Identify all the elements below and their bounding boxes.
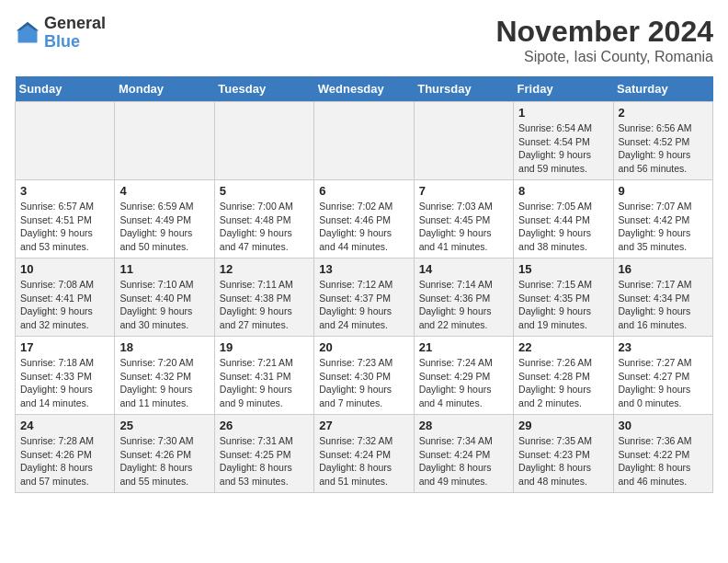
day-info: Sunrise: 7:12 AMSunset: 4:37 PMDaylight:… [319, 278, 408, 332]
calendar-cell: 4Sunrise: 6:59 AMSunset: 4:49 PMDaylight… [115, 180, 214, 259]
day-number: 23 [619, 340, 708, 354]
weekday-header-monday: Monday [115, 76, 214, 102]
day-number: 30 [619, 419, 708, 432]
calendar-header: SundayMondayTuesdayWednesdayThursdayFrid… [16, 76, 713, 102]
calendar-cell: 17Sunrise: 7:18 AMSunset: 4:33 PMDayligh… [16, 337, 115, 415]
day-number: 25 [119, 419, 209, 432]
calendar-cell: 19Sunrise: 7:21 AMSunset: 4:31 PMDayligh… [214, 337, 313, 415]
calendar-cell: 8Sunrise: 7:05 AMSunset: 4:44 PMDaylight… [514, 180, 613, 259]
day-number: 7 [419, 184, 508, 198]
calendar-cell: 26Sunrise: 7:31 AMSunset: 4:25 PMDayligh… [214, 415, 313, 493]
calendar-cell: 16Sunrise: 7:17 AMSunset: 4:34 PMDayligh… [613, 259, 712, 337]
day-number: 8 [518, 184, 608, 198]
logo-blue: Blue [44, 33, 106, 52]
calendar-cell: 3Sunrise: 6:57 AMSunset: 4:51 PMDaylight… [16, 180, 115, 259]
calendar-cell: 23Sunrise: 7:27 AMSunset: 4:27 PMDayligh… [613, 337, 712, 415]
calendar-week-0: 1Sunrise: 6:54 AMSunset: 4:54 PMDaylight… [16, 102, 713, 180]
day-info: Sunrise: 7:11 AMSunset: 4:38 PMDaylight:… [220, 278, 309, 332]
day-number: 11 [119, 262, 209, 276]
svg-marker-0 [18, 23, 38, 42]
day-number: 22 [518, 340, 608, 354]
day-number: 28 [419, 419, 508, 432]
day-info: Sunrise: 6:57 AMSunset: 4:51 PMDaylight:… [20, 200, 109, 254]
logo-general: General [44, 15, 106, 33]
calendar-cell: 15Sunrise: 7:15 AMSunset: 4:35 PMDayligh… [514, 259, 613, 337]
calendar-week-4: 24Sunrise: 7:28 AMSunset: 4:26 PMDayligh… [16, 415, 713, 493]
calendar-cell: 11Sunrise: 7:10 AMSunset: 4:40 PMDayligh… [115, 259, 214, 337]
day-number: 16 [619, 262, 708, 276]
day-info: Sunrise: 7:00 AMSunset: 4:48 PMDaylight:… [220, 200, 309, 254]
weekday-header-row: SundayMondayTuesdayWednesdayThursdayFrid… [16, 76, 713, 102]
header: General Blue November 2024 Sipote, Iasi … [15, 15, 713, 65]
day-number: 2 [619, 106, 708, 120]
day-number: 10 [20, 262, 109, 276]
day-number: 13 [319, 262, 408, 276]
calendar-cell: 2Sunrise: 6:56 AMSunset: 4:52 PMDaylight… [613, 102, 712, 180]
day-info: Sunrise: 6:54 AMSunset: 4:54 PMDaylight:… [518, 121, 608, 176]
calendar-cell: 20Sunrise: 7:23 AMSunset: 4:30 PMDayligh… [314, 337, 414, 415]
day-info: Sunrise: 7:31 AMSunset: 4:25 PMDaylight:… [220, 434, 309, 488]
day-info: Sunrise: 7:15 AMSunset: 4:35 PMDaylight:… [518, 278, 608, 332]
day-info: Sunrise: 7:20 AMSunset: 4:32 PMDaylight:… [119, 356, 209, 410]
day-number: 21 [419, 340, 508, 354]
day-number: 12 [220, 262, 309, 276]
day-number: 5 [220, 184, 309, 198]
day-number: 6 [319, 184, 408, 198]
day-info: Sunrise: 7:14 AMSunset: 4:36 PMDaylight:… [419, 278, 508, 332]
calendar-cell: 7Sunrise: 7:03 AMSunset: 4:45 PMDaylight… [414, 180, 513, 259]
day-number: 18 [119, 340, 209, 354]
day-number: 26 [220, 419, 309, 432]
day-info: Sunrise: 7:02 AMSunset: 4:46 PMDaylight:… [319, 200, 408, 254]
day-number: 24 [20, 419, 109, 432]
calendar-week-1: 3Sunrise: 6:57 AMSunset: 4:51 PMDaylight… [16, 180, 713, 259]
day-info: Sunrise: 7:08 AMSunset: 4:41 PMDaylight:… [20, 278, 109, 332]
calendar-cell: 22Sunrise: 7:26 AMSunset: 4:28 PMDayligh… [514, 337, 613, 415]
calendar-cell: 6Sunrise: 7:02 AMSunset: 4:46 PMDaylight… [314, 180, 414, 259]
day-number: 14 [419, 262, 508, 276]
calendar-cell [314, 102, 414, 180]
calendar-cell: 24Sunrise: 7:28 AMSunset: 4:26 PMDayligh… [16, 415, 115, 493]
day-number: 19 [220, 340, 309, 354]
calendar-week-3: 17Sunrise: 7:18 AMSunset: 4:33 PMDayligh… [16, 337, 713, 415]
calendar-cell: 27Sunrise: 7:32 AMSunset: 4:24 PMDayligh… [314, 415, 414, 493]
main-title: November 2024 [495, 15, 713, 49]
calendar-body: 1Sunrise: 6:54 AMSunset: 4:54 PMDaylight… [16, 102, 713, 493]
calendar-cell: 28Sunrise: 7:34 AMSunset: 4:24 PMDayligh… [414, 415, 513, 493]
day-info: Sunrise: 7:17 AMSunset: 4:34 PMDaylight:… [619, 278, 708, 332]
day-number: 20 [319, 340, 408, 354]
logo: General Blue [15, 15, 106, 52]
weekday-header-sunday: Sunday [16, 76, 115, 102]
title-area: November 2024 Sipote, Iasi County, Roman… [495, 15, 713, 65]
day-number: 27 [319, 419, 408, 432]
calendar-cell: 12Sunrise: 7:11 AMSunset: 4:38 PMDayligh… [214, 259, 313, 337]
calendar-cell [115, 102, 214, 180]
day-info: Sunrise: 7:18 AMSunset: 4:33 PMDaylight:… [20, 356, 109, 410]
calendar-week-2: 10Sunrise: 7:08 AMSunset: 4:41 PMDayligh… [16, 259, 713, 337]
calendar-table: SundayMondayTuesdayWednesdayThursdayFrid… [15, 76, 713, 493]
day-number: 9 [619, 184, 708, 198]
calendar-cell: 30Sunrise: 7:36 AMSunset: 4:22 PMDayligh… [613, 415, 712, 493]
day-info: Sunrise: 7:35 AMSunset: 4:23 PMDaylight:… [518, 434, 608, 488]
day-info: Sunrise: 7:36 AMSunset: 4:22 PMDaylight:… [619, 434, 708, 488]
day-number: 17 [20, 340, 109, 354]
calendar-cell: 9Sunrise: 7:07 AMSunset: 4:42 PMDaylight… [613, 180, 712, 259]
day-number: 15 [518, 262, 608, 276]
calendar-cell: 5Sunrise: 7:00 AMSunset: 4:48 PMDaylight… [214, 180, 313, 259]
day-info: Sunrise: 7:10 AMSunset: 4:40 PMDaylight:… [119, 278, 209, 332]
calendar-cell [414, 102, 513, 180]
day-info: Sunrise: 7:05 AMSunset: 4:44 PMDaylight:… [518, 200, 608, 254]
weekday-header-friday: Friday [514, 76, 613, 102]
day-info: Sunrise: 7:24 AMSunset: 4:29 PMDaylight:… [419, 356, 508, 410]
day-info: Sunrise: 7:23 AMSunset: 4:30 PMDaylight:… [319, 356, 408, 410]
weekday-header-saturday: Saturday [613, 76, 712, 102]
weekday-header-tuesday: Tuesday [214, 76, 313, 102]
day-info: Sunrise: 7:34 AMSunset: 4:24 PMDaylight:… [419, 434, 508, 488]
day-number: 3 [20, 184, 109, 198]
day-info: Sunrise: 6:59 AMSunset: 4:49 PMDaylight:… [119, 200, 209, 254]
calendar-cell: 14Sunrise: 7:14 AMSunset: 4:36 PMDayligh… [414, 259, 513, 337]
calendar-cell [214, 102, 313, 180]
day-info: Sunrise: 7:27 AMSunset: 4:27 PMDaylight:… [619, 356, 708, 410]
day-number: 1 [518, 106, 608, 120]
day-info: Sunrise: 7:07 AMSunset: 4:42 PMDaylight:… [619, 200, 708, 254]
day-info: Sunrise: 7:28 AMSunset: 4:26 PMDaylight:… [20, 434, 109, 488]
